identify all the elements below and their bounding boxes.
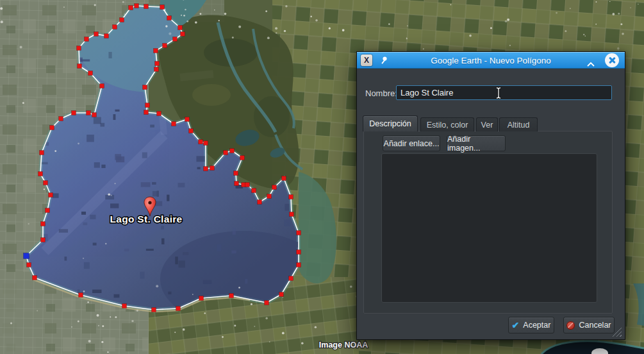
polygon-vertex[interactable] (40, 151, 44, 155)
polygon-vertex[interactable] (267, 194, 272, 199)
polygon-vertex[interactable] (145, 103, 150, 108)
polygon-vertex[interactable] (87, 111, 91, 115)
polygon-vertex[interactable] (199, 296, 204, 301)
polygon-vertex[interactable] (33, 276, 37, 280)
polygon-vertex[interactable] (181, 32, 185, 37)
polygon-vertex[interactable] (155, 62, 160, 66)
add-image-button[interactable]: Añadir imagen... (447, 135, 506, 151)
polygon-vertex[interactable] (38, 172, 43, 176)
polygon-vertex[interactable] (122, 304, 127, 308)
polygon-vertex[interactable] (163, 44, 167, 48)
polygon-vertex[interactable] (279, 292, 284, 297)
polygon-vertex[interactable] (199, 140, 203, 144)
polygon-vertex[interactable] (297, 250, 301, 255)
polygon-vertex[interactable] (59, 117, 63, 121)
polygon-vertex[interactable] (44, 181, 48, 185)
polygon-vertex[interactable] (104, 34, 109, 38)
polygon-vertex[interactable] (85, 37, 89, 42)
polygon-vertex[interactable] (252, 189, 256, 193)
polygon-vertex[interactable] (45, 208, 50, 213)
polygon-vertex[interactable] (210, 166, 215, 171)
active-polygon-vertex[interactable] (24, 253, 29, 259)
polygon-vertex[interactable] (229, 294, 234, 298)
polygon-vertex[interactable] (94, 32, 99, 37)
description-textarea[interactable] (381, 153, 597, 303)
polygon-vertex[interactable] (27, 263, 31, 267)
polygon-vertex[interactable] (224, 151, 228, 155)
polygon-vertex[interactable] (176, 307, 181, 311)
polygon-vertex[interactable] (240, 156, 245, 160)
dialog-titlebar[interactable]: X Google Earth - Nuevo Polígono (357, 52, 625, 69)
add-link-button[interactable]: Añadir enlace... (383, 135, 440, 151)
polygon-vertex[interactable] (290, 212, 294, 217)
tab-estilo-color[interactable]: Estilo, color (420, 117, 474, 131)
polygon-vertex[interactable] (100, 84, 104, 88)
polygon-vertex[interactable] (258, 200, 262, 205)
polygon-vertex[interactable] (152, 308, 156, 312)
map-attribution: Image NOAA (319, 341, 368, 350)
polygon-vertex[interactable] (129, 6, 133, 10)
polygon-vertex[interactable] (297, 231, 301, 235)
polygon-vertex[interactable] (160, 5, 165, 10)
polygon-vertex[interactable] (49, 193, 53, 198)
tab-altitud[interactable]: Altitud (499, 117, 538, 131)
polygon-vertex[interactable] (265, 301, 269, 305)
polygon-vertex[interactable] (173, 37, 178, 42)
tab-descripcion[interactable]: Descripción (363, 115, 418, 131)
polygon-vertex[interactable] (245, 183, 250, 187)
polygon-vertex[interactable] (289, 276, 293, 281)
dialog-title: Google Earth - Nuevo Polígono (357, 52, 625, 69)
polygon-vertex[interactable] (172, 122, 176, 126)
polygon-vertex[interactable] (272, 185, 277, 190)
polygon-vertex[interactable] (41, 222, 45, 226)
polygon-vertex[interactable] (113, 25, 117, 30)
polygon-vertex[interactable] (289, 195, 293, 199)
polygon-vertex[interactable] (154, 67, 159, 72)
polygon-vertex[interactable] (120, 18, 124, 22)
polygon-vertex[interactable] (50, 126, 54, 130)
accept-button[interactable]: ✔ Aceptar (508, 317, 554, 333)
polygon-vertex[interactable] (72, 111, 76, 115)
polygon-vertex[interactable] (92, 113, 97, 117)
polygon-vertex[interactable] (282, 176, 286, 181)
polygon-vertex[interactable] (88, 71, 93, 76)
polygon-vertex[interactable] (154, 49, 158, 53)
new-polygon-dialog: X Google Earth - Nuevo Polígono Nombre: … (356, 51, 625, 340)
polygon-vertex[interactable] (79, 293, 83, 298)
polygon-vertex[interactable] (144, 110, 149, 115)
google-earth-window: Lago St. Claire Image NOAA X Google Eart… (0, 0, 644, 354)
polygon-vertex[interactable] (297, 263, 301, 267)
polygon-vertex[interactable] (204, 141, 208, 146)
polygon-vertex[interactable] (77, 46, 81, 51)
shade-icon[interactable] (586, 58, 595, 63)
tab-ver[interactable]: Ver (476, 117, 498, 131)
polygon-vertex[interactable] (78, 64, 82, 69)
cancel-icon (566, 321, 575, 330)
polygon-vertex[interactable] (144, 4, 149, 9)
polygon-vertex[interactable] (204, 167, 208, 171)
name-label: Nombre: (365, 88, 397, 98)
placemark-label[interactable]: Lago St. Claire (110, 214, 182, 224)
polygon-vertex[interactable] (41, 238, 45, 242)
polygon-vertex[interactable] (185, 117, 190, 122)
polygon-vertex[interactable] (143, 85, 147, 90)
polygon-vertex[interactable] (178, 26, 183, 30)
polygon-vertex[interactable] (235, 181, 239, 186)
polygon-vertex[interactable] (167, 16, 172, 21)
check-icon: ✔ (512, 321, 520, 330)
close-icon[interactable] (605, 53, 619, 67)
polygon-vertex[interactable] (230, 149, 235, 153)
polygon-vertex[interactable] (157, 112, 161, 116)
name-input[interactable] (396, 85, 612, 100)
polygon-vertex[interactable] (234, 171, 238, 176)
polygon-vertex[interactable] (135, 4, 139, 8)
polygon-vertex[interactable] (189, 129, 194, 133)
cancel-button[interactable]: Cancelar (563, 317, 615, 333)
